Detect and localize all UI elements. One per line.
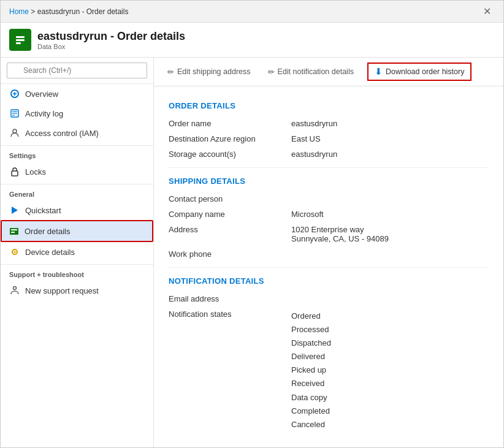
sidebar-item-activity-log[interactable]: Activity log <box>1 104 153 123</box>
order-name-row: Order name eastusdryrun <box>169 119 489 128</box>
search-input[interactable] <box>7 63 147 78</box>
sidebar-item-quickstart[interactable]: Quickstart <box>1 200 153 220</box>
close-button[interactable]: ✕ <box>479 4 495 18</box>
sidebar-item-access-control[interactable]: Access control (IAM) <box>1 123 153 143</box>
sidebar-label-overview: Overview <box>25 89 58 99</box>
ns-processed: Processed <box>291 323 331 336</box>
address-label: Address <box>169 225 291 243</box>
sidebar-label-locks: Locks <box>25 167 46 177</box>
work-phone-row: Work phone <box>169 249 489 259</box>
svg-point-17 <box>13 287 17 290</box>
main-layout: 🔍 Overview Activity log <box>1 58 503 447</box>
breadcrumb-home[interactable]: Home <box>9 7 29 16</box>
breadcrumb-current: eastusdryrun - Order details <box>37 7 129 16</box>
download-icon: ⬇ <box>375 66 383 77</box>
azure-region-label: Destination Azure region <box>169 134 291 143</box>
sidebar-item-locks[interactable]: Locks <box>1 162 153 181</box>
support-icon <box>9 285 20 296</box>
access-icon <box>9 127 20 139</box>
breadcrumb: Home > eastusdryrun - Order details ✕ <box>1 1 503 23</box>
notification-states-row: Notification states Ordered Processed Di… <box>169 309 489 431</box>
sidebar-item-order-details[interactable]: Order details <box>1 220 153 242</box>
ns-canceled: Canceled <box>291 418 331 431</box>
contact-person-row: Contact person <box>169 194 489 203</box>
content-body: ORDER DETAILS Order name eastusdryrun De… <box>154 86 503 447</box>
edit-notification-icon: ✏ <box>268 67 275 77</box>
sidebar-label-order: Order details <box>25 227 70 236</box>
svg-rect-12 <box>10 228 18 235</box>
ns-picked-up: Picked up <box>291 363 331 377</box>
notification-section-title: NOTIFICATION DETAILS <box>169 276 489 286</box>
ns-dispatched: Dispatched <box>291 336 331 350</box>
quickstart-icon <box>9 205 20 216</box>
storage-account-value: eastusdryrun <box>291 150 337 159</box>
main-window: Home > eastusdryrun - Order details ✕ ea… <box>0 0 504 448</box>
azure-region-row: Destination Azure region East US <box>169 134 489 143</box>
divider-2 <box>169 267 489 268</box>
storage-account-label: Storage account(s) <box>169 150 291 159</box>
sidebar-label-access: Access control (IAM) <box>25 129 99 138</box>
overview-icon <box>9 88 20 99</box>
svg-rect-14 <box>11 232 15 233</box>
notification-states-label: Notification states <box>169 309 291 431</box>
svg-marker-11 <box>12 207 18 214</box>
sidebar-label-device: Device details <box>25 248 75 257</box>
azure-region-value: East US <box>291 134 321 143</box>
device-icon <box>9 246 20 257</box>
shipping-section-title: SHIPPING DETAILS <box>169 177 489 186</box>
company-name-row: Company name Microsoft <box>169 210 489 219</box>
edit-shipping-label: Edit shipping address <box>177 67 251 76</box>
section-header-support: Support + troubleshoot <box>1 264 153 281</box>
ns-data-copy: Data copy <box>291 391 331 404</box>
email-address-label: Email address <box>169 294 291 303</box>
edit-shipping-icon: ✏ <box>167 67 174 77</box>
order-icon <box>9 226 20 237</box>
title-text: eastusdryrun - Order details Data Box <box>37 30 185 50</box>
svg-rect-1 <box>16 36 25 38</box>
svg-rect-3 <box>16 42 21 44</box>
divider-1 <box>169 167 489 168</box>
section-header-settings: Settings <box>1 145 153 162</box>
ns-completed: Completed <box>291 404 331 418</box>
company-name-label: Company name <box>169 210 291 219</box>
app-icon <box>9 29 31 51</box>
toolbar: ✏ Edit shipping address ✏ Edit notificat… <box>154 58 503 86</box>
svg-point-16 <box>14 251 16 253</box>
sidebar: 🔍 Overview Activity log <box>1 58 154 447</box>
order-section-title: ORDER DETAILS <box>169 101 489 110</box>
section-header-general: General <box>1 184 153 200</box>
sidebar-item-support[interactable]: New support request <box>1 281 153 300</box>
edit-notification-button[interactable]: ✏ Edit notification details <box>264 65 357 79</box>
download-order-button[interactable]: ⬇ Download order history <box>367 63 472 81</box>
company-name-value: Microsoft <box>291 210 324 219</box>
svg-point-9 <box>13 129 17 133</box>
sidebar-label-support: New support request <box>25 286 99 295</box>
storage-account-row: Storage account(s) eastusdryrun <box>169 150 489 159</box>
sidebar-label-activity: Activity log <box>25 109 63 118</box>
edit-shipping-button[interactable]: ✏ Edit shipping address <box>164 65 254 79</box>
search-box: 🔍 <box>1 58 153 84</box>
activity-icon <box>9 108 20 119</box>
edit-notification-label: Edit notification details <box>278 67 354 76</box>
svg-rect-13 <box>11 229 17 230</box>
email-address-row: Email address <box>169 294 489 303</box>
sidebar-item-device-details[interactable]: Device details <box>1 242 153 262</box>
download-order-label: Download order history <box>386 67 465 76</box>
notification-states-values: Ordered Processed Dispatched Delivered P… <box>291 309 331 431</box>
order-name-value: eastusdryrun <box>291 119 337 128</box>
title-bar: eastusdryrun - Order details Data Box <box>1 23 503 58</box>
order-name-label: Order name <box>169 119 291 128</box>
sidebar-item-overview[interactable]: Overview <box>1 84 153 104</box>
lock-icon <box>9 166 20 177</box>
work-phone-label: Work phone <box>169 249 291 259</box>
address-value: 1020 Enterprise waySunnyvale, CA, US - 9… <box>291 225 389 243</box>
ns-ordered: Ordered <box>291 309 331 323</box>
page-title: eastusdryrun - Order details <box>37 30 185 43</box>
content-area: ✏ Edit shipping address ✏ Edit notificat… <box>154 58 503 447</box>
breadcrumb-separator: > <box>31 7 35 16</box>
svg-rect-2 <box>16 39 25 41</box>
page-subtitle: Data Box <box>37 43 185 50</box>
sidebar-label-quickstart: Quickstart <box>25 206 61 215</box>
svg-rect-10 <box>12 171 18 176</box>
contact-person-label: Contact person <box>169 194 291 203</box>
